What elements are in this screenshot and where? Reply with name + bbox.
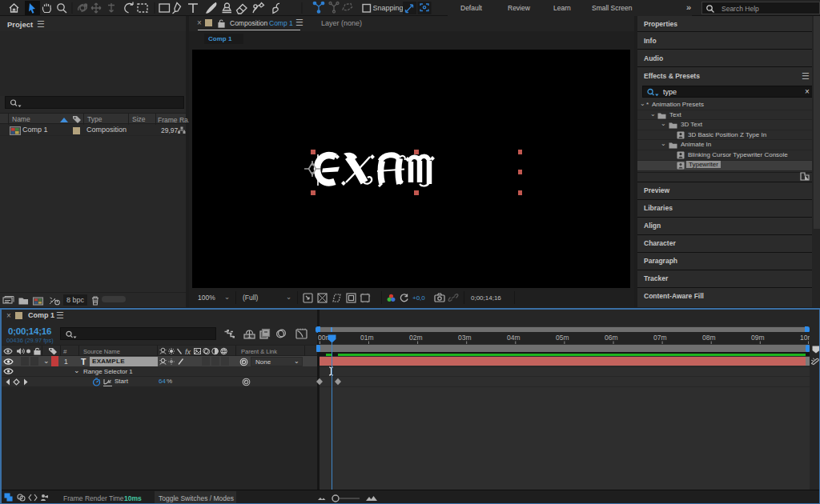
svg-text:01m: 01m xyxy=(360,334,374,342)
svg-text:09m: 09m xyxy=(751,334,765,342)
svg-text:02m: 02m xyxy=(409,334,423,342)
svg-text:10m: 10m xyxy=(800,334,810,342)
svg-text:07m: 07m xyxy=(653,334,667,342)
svg-text:08m: 08m xyxy=(702,334,716,342)
svg-text:06m: 06m xyxy=(605,334,618,342)
svg-text:04m: 04m xyxy=(507,334,521,342)
svg-text:05m: 05m xyxy=(556,334,569,342)
svg-text:fx: fx xyxy=(185,348,191,356)
svg-text:03m: 03m xyxy=(458,334,472,342)
